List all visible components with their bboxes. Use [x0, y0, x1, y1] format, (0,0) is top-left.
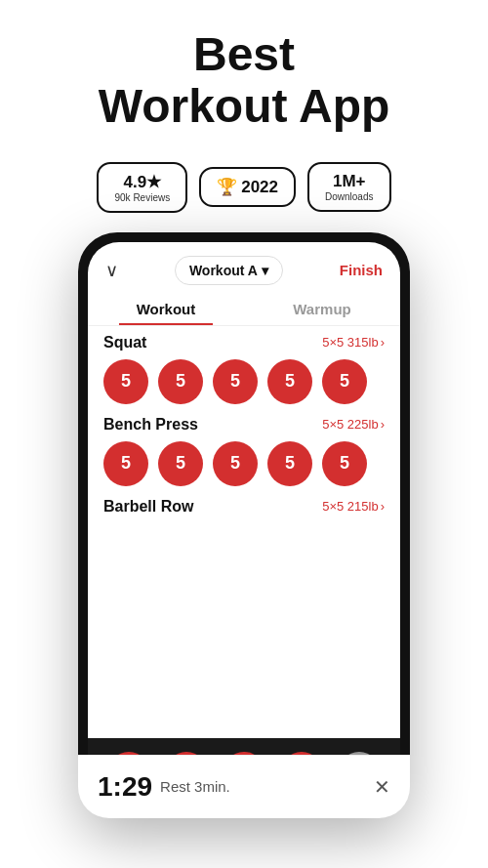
bench-sets-row: 5 5 5 5 5 — [103, 441, 385, 486]
exercise-sets-squat[interactable]: 5×5 315lb › — [322, 335, 385, 350]
chevron-down-icon[interactable]: ∨ — [105, 260, 118, 281]
badge-rating-main: 4.9★ — [124, 172, 162, 192]
badges-row: 4.9★ 90k Reviews 🏆 2022 1M+ Downloads — [97, 162, 390, 213]
bench-set-4[interactable]: 5 — [267, 441, 312, 486]
badge-year: 🏆 2022 — [199, 167, 296, 207]
tab-warmup[interactable]: Warmup — [244, 291, 400, 325]
badge-downloads-sub: Downloads — [325, 191, 373, 202]
squat-set-5[interactable]: 5 — [322, 359, 367, 404]
badge-downloads-main: 1M+ — [333, 172, 366, 191]
bench-set-1[interactable]: 5 — [103, 441, 148, 486]
rest-label: Rest 3min. — [160, 778, 230, 795]
exercise-header-bench: Bench Press 5×5 225lb › — [103, 416, 385, 434]
badge-rating: 4.9★ 90k Reviews — [97, 162, 187, 213]
exercise-item-bench: Bench Press 5×5 225lb › 5 5 5 5 5 — [103, 416, 385, 486]
squat-set-4[interactable]: 5 — [267, 359, 312, 404]
exercise-sets-bench[interactable]: 5×5 225lb › — [322, 417, 385, 432]
dropdown-arrow-icon: ▾ — [262, 263, 268, 278]
trophy-icon: 🏆 — [217, 177, 237, 197]
workout-selector[interactable]: Workout A ▾ — [175, 256, 283, 285]
arrow-right-icon-barbell: › — [381, 499, 385, 514]
badge-downloads: 1M+ Downloads — [307, 162, 390, 212]
tab-bar: Workout Warmup — [88, 291, 400, 326]
squat-set-1[interactable]: 5 — [103, 359, 148, 404]
bench-set-3[interactable]: 5 — [213, 441, 258, 486]
rest-close-button[interactable]: ✕ — [374, 775, 390, 799]
rest-timer-left: 1:29 Rest 3min. — [98, 771, 230, 803]
finish-button[interactable]: Finish — [340, 262, 383, 278]
exercise-header-barbell: Barbell Row 5×5 215lb › — [103, 498, 385, 516]
exercise-header-squat: Squat 5×5 315lb › — [103, 334, 385, 351]
arrow-right-icon: › — [381, 335, 385, 350]
phone-mockup: ∨ Workout A ▾ Finish Workout Warmup Squa… — [78, 232, 410, 818]
workout-name-label: Workout A — [189, 263, 258, 278]
title-line1: Best — [193, 28, 295, 80]
exercise-name-squat: Squat — [103, 334, 146, 351]
tab-workout[interactable]: Workout — [88, 291, 244, 325]
squat-set-2[interactable]: 5 — [158, 359, 203, 404]
exercise-item-barbell: Barbell Row 5×5 215lb › — [103, 498, 385, 516]
header-section: Best Workout App — [0, 0, 488, 148]
exercise-list: Squat 5×5 315lb › 5 5 5 5 5 Bench P — [88, 334, 400, 738]
exercise-sets-barbell[interactable]: 5×5 215lb › — [322, 499, 385, 514]
exercise-name-bench: Bench Press — [103, 416, 198, 434]
rest-time-display: 1:29 — [98, 771, 152, 803]
exercise-name-barbell: Barbell Row — [103, 498, 193, 516]
bench-set-2[interactable]: 5 — [158, 441, 203, 486]
badge-rating-sub: 90k Reviews — [114, 192, 170, 203]
phone-topbar: ∨ Workout A ▾ Finish — [88, 242, 400, 291]
exercise-item-squat: Squat 5×5 315lb › 5 5 5 5 5 — [103, 334, 385, 404]
squat-set-3[interactable]: 5 — [213, 359, 258, 404]
main-title: Best Workout App — [20, 29, 468, 133]
badge-year-main: 🏆 2022 — [217, 177, 278, 197]
title-line2: Workout App — [99, 80, 390, 132]
phone-screen: ∨ Workout A ▾ Finish Workout Warmup Squa… — [88, 242, 400, 808]
squat-sets-row: 5 5 5 5 5 — [103, 359, 385, 404]
bench-set-5[interactable]: 5 — [322, 441, 367, 486]
arrow-right-icon-bench: › — [381, 417, 385, 432]
rest-timer: 1:29 Rest 3min. ✕ — [88, 755, 400, 808]
